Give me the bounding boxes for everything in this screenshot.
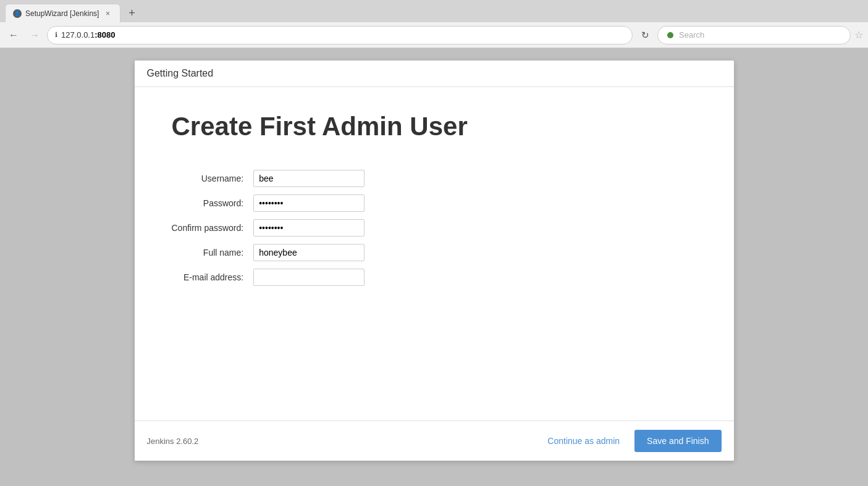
forward-button[interactable]: →	[26, 27, 43, 44]
page-background: Getting Started Create First Admin User …	[0, 48, 868, 486]
address-bar: ← → ℹ 127.0.0.1:8080 ↻ Search ☆	[0, 22, 868, 48]
tab-label: SetupWizard [Jenkins]	[25, 9, 99, 18]
refresh-button[interactable]: ↻	[636, 27, 654, 44]
fullname-row: Full name:	[172, 240, 365, 265]
page-title: Create First Admin User	[172, 112, 697, 141]
wizard-footer: Jenkins 2.60.2 Continue as admin Save an…	[135, 421, 734, 461]
email-field	[253, 265, 364, 290]
new-tab-button[interactable]: +	[123, 4, 140, 22]
version-text: Jenkins 2.60.2	[147, 437, 199, 446]
fullname-label: Full name:	[172, 240, 254, 265]
username-label: Username:	[172, 166, 254, 191]
password-label: Password:	[172, 191, 254, 216]
fullname-field	[253, 240, 364, 265]
wizard-body: Create First Admin User Username: Passwo…	[135, 87, 734, 421]
wizard-panel: Getting Started Create First Admin User …	[135, 61, 734, 461]
continue-as-admin-button[interactable]: Continue as admin	[540, 431, 627, 451]
password-input[interactable]	[253, 195, 364, 212]
email-input[interactable]	[253, 269, 364, 286]
confirm-password-label: Confirm password:	[172, 216, 254, 240]
tab-close-icon[interactable]: ×	[103, 9, 112, 19]
confirm-password-row: Confirm password:	[172, 216, 365, 240]
browser-tab[interactable]: 👤 SetupWizard [Jenkins] ×	[5, 4, 120, 22]
footer-actions: Continue as admin Save and Finish	[540, 430, 721, 452]
username-field	[253, 166, 364, 191]
username-row: Username:	[172, 166, 365, 191]
info-icon: ℹ	[55, 31, 57, 39]
url-text: 127.0.0.1:8080	[61, 30, 625, 40]
search-engine-icon	[665, 30, 675, 40]
fullname-input[interactable]	[253, 244, 364, 261]
username-input[interactable]	[253, 170, 364, 187]
search-bar[interactable]: Search	[657, 26, 851, 44]
bookmark-icon[interactable]: ☆	[854, 29, 863, 41]
password-row: Password:	[172, 191, 365, 216]
url-bar[interactable]: ℹ 127.0.0.1:8080	[47, 26, 633, 44]
wizard-header: Getting Started	[135, 61, 734, 87]
password-field	[253, 191, 364, 216]
user-form: Username: Password: Confirm password:	[172, 166, 365, 290]
email-label: E-mail address:	[172, 265, 254, 290]
back-button[interactable]: ←	[5, 27, 22, 44]
wizard-header-title: Getting Started	[147, 68, 214, 78]
email-row: E-mail address:	[172, 265, 365, 290]
tab-favicon: 👤	[13, 9, 22, 18]
confirm-password-input[interactable]	[253, 219, 364, 237]
save-and-finish-button[interactable]: Save and Finish	[634, 430, 721, 452]
search-input[interactable]: Search	[679, 30, 704, 40]
confirm-password-field	[253, 216, 364, 240]
